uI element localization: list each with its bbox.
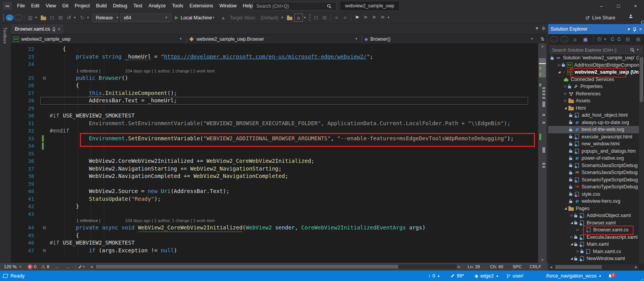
save-icon[interactable]: ⊡ xyxy=(48,13,56,22)
menu-extensions[interactable]: Extensions xyxy=(186,0,216,12)
split-window-icon[interactable]: ⇅ xyxy=(537,34,547,43)
editor-horizontal-scrollbar[interactable] xyxy=(94,264,456,269)
hscroll-left-arrow[interactable]: ◀ xyxy=(90,265,93,269)
expanded-arrow-icon[interactable]: ◢ xyxy=(569,255,574,262)
current-branch[interactable]: /force_navigation_wcos▲ xyxy=(546,271,603,281)
tree-item-main-xaml[interactable]: ◢Main.xaml xyxy=(548,241,639,248)
maximize-button[interactable]: □ xyxy=(610,0,627,12)
code-line-42[interactable]: 42 } xyxy=(11,203,538,210)
editor-options-gear-icon[interactable] xyxy=(541,26,546,31)
tree-item-webview-hero-svg[interactable]: ewebview-hero.svg xyxy=(548,198,639,205)
tree-item-browser-xaml-cs[interactable]: ▷✓Browser.xaml.cs xyxy=(548,226,639,234)
tree-item-executejavascript-xaml[interactable]: ▷ExecuteJavascript.xaml xyxy=(548,234,639,241)
navigate-backward-icon[interactable]: ← xyxy=(6,14,14,21)
start-debugging-button[interactable]: Local Machine▼ xyxy=(175,15,217,21)
chevron-down-icon[interactable]: ▼ xyxy=(73,16,78,19)
tab-browser-xaml-cs[interactable]: Browser.xaml.cs × xyxy=(11,24,63,34)
code-line-29[interactable]: 29 xyxy=(11,105,538,112)
navigate-back-icon[interactable]: ← xyxy=(55,264,60,270)
tree-item-scenariotypescriptdebug[interactable]: ScenarioTypeScriptDebug xyxy=(548,176,639,184)
menu-window[interactable]: Window xyxy=(216,0,240,12)
increase-indent-icon[interactable]: ≡ xyxy=(341,13,349,22)
tree-item-new-window-html[interactable]: new_window.html xyxy=(548,140,639,148)
navigate-forward-icon[interactable]: → xyxy=(14,14,22,21)
code-line-34[interactable]: 34 xyxy=(11,142,538,150)
solution-platforms-dropdown[interactable]: x64▼ xyxy=(120,14,171,22)
code-line-35[interactable]: 35 xyxy=(11,150,538,158)
code-line-46[interactable]: 46#if USE_WEBVIEW2_SMOKETEST xyxy=(11,239,538,247)
tree-item-scenariojavascriptdebug[interactable]: JSScenarioJavaScriptDebug xyxy=(548,169,639,176)
tree-item-newwindow-xaml[interactable]: ◢NewWindow.xaml xyxy=(548,255,639,262)
menu-edit[interactable]: Edit xyxy=(28,0,43,12)
line-ending-indicator[interactable]: CRLF xyxy=(530,264,547,269)
se-switch-views-icon[interactable]: ▣ xyxy=(582,34,589,44)
line-indicator[interactable]: Ln: 28 xyxy=(468,264,490,269)
code-line-32[interactable]: 32#endif xyxy=(11,127,538,135)
live-share-button[interactable]: Live Share xyxy=(585,13,615,22)
tree-item-add-host-object-html[interactable]: add_host_object.html xyxy=(548,112,639,119)
menu-analyze[interactable]: Analyze xyxy=(145,0,169,12)
previous-bookmark-icon[interactable]: ⚑ xyxy=(362,13,369,22)
menu-project[interactable]: Project xyxy=(72,0,93,12)
pending-edits[interactable]: 99* xyxy=(451,271,464,281)
tree-item-solution-webview2-sample-uwp-3[interactable]: ∞Solution 'webview2_sample_uwp' (3 xyxy=(548,54,639,62)
toolbox-tab[interactable]: Toolbox xyxy=(0,24,11,263)
se-vertical-scrollbar[interactable] xyxy=(639,54,644,264)
scrollbar-thumb[interactable] xyxy=(555,265,602,269)
fold-collapse-icon[interactable]: ⊟ xyxy=(43,247,46,255)
se-refresh-icon[interactable] xyxy=(617,37,622,41)
close-panel-icon[interactable]: × xyxy=(639,27,642,31)
se-properties-icon[interactable]: ⊞ xyxy=(634,34,642,44)
collapsed-arrow-icon[interactable]: ▷ xyxy=(563,90,568,98)
collapsed-arrow-icon[interactable]: ▷ xyxy=(557,62,562,69)
expanded-arrow-icon[interactable]: ◢ xyxy=(563,205,568,212)
pin-icon[interactable] xyxy=(634,28,636,31)
code-line-23[interactable]: 23 private string _homeUrl = "https://de… xyxy=(11,53,538,61)
tree-item-scenariojavascriptdebug[interactable]: ScenarioJavaScriptDebug xyxy=(548,162,639,169)
scrollbar-thumb[interactable] xyxy=(640,57,643,102)
warning-count-icon[interactable]: ⚠ xyxy=(41,264,45,269)
tree-item-addhostobject-xaml[interactable]: ▷AddHostObject.xaml xyxy=(548,212,639,219)
fold-collapse-icon[interactable]: ⊟ xyxy=(43,74,46,82)
code-line-28[interactable]: 28 AddressBar.Text = _homeUrl; xyxy=(11,97,538,105)
tree-item-always-up-to-date-svg[interactable]: ealways-up-to-date.svg xyxy=(548,119,639,126)
solution-configurations-dropdown[interactable]: Release▼ xyxy=(92,14,118,22)
scrollbar-thumb[interactable] xyxy=(96,265,398,269)
attach-process-icon[interactable]: ⊡ xyxy=(312,13,320,22)
tab-list-caret-icon[interactable]: ▾ xyxy=(536,25,538,31)
code-line-40[interactable]: 40 WebView2.Source = new Uri(AddressBar.… xyxy=(11,188,538,195)
collapsed-arrow-icon[interactable]: ▷ xyxy=(569,212,574,219)
collapsed-arrow-icon[interactable]: ▷ xyxy=(563,83,568,90)
save-all-icon[interactable]: ⊟ xyxy=(57,13,64,22)
se-horizontal-scrollbar[interactable]: ◀ ▶ xyxy=(548,264,639,270)
window-position-caret-icon[interactable]: ▾ xyxy=(628,27,630,32)
chevron-down-icon[interactable]: ▼ xyxy=(86,16,91,19)
collapsed-arrow-icon[interactable]: ▷ xyxy=(563,97,568,105)
solution-explorer-search-box[interactable]: Search Solution Explorer (Ctrl+;) ▼ xyxy=(549,45,643,54)
code-line-24[interactable]: 24 xyxy=(11,60,538,68)
tree-item-properties[interactable]: ▷Properties xyxy=(548,83,639,90)
tree-item-newwindow-xaml-cs[interactable]: ▷✓NewWindow.xaml.cs xyxy=(548,262,639,264)
se-forward-icon[interactable]: → xyxy=(561,36,568,43)
clear-bookmarks-icon[interactable]: ⚑ xyxy=(379,13,387,22)
tree-item-execute-javascript-html[interactable]: execute_javascript.html xyxy=(548,133,639,141)
collapsed-arrow-icon[interactable]: ▷ xyxy=(575,248,580,255)
column-indicator[interactable]: Ch: 40 xyxy=(490,264,513,269)
se-home-icon[interactable]: ⌂ xyxy=(571,34,579,44)
code-line-39[interactable]: 39 xyxy=(11,180,538,188)
menu-test[interactable]: Test xyxy=(130,0,145,12)
open-file-icon[interactable] xyxy=(40,13,47,22)
code-line-27[interactable]: 27 this.InitializeComponent(); xyxy=(11,90,538,97)
new-project-icon[interactable]: ▧ xyxy=(26,13,34,22)
tree-item-main-xaml-cs[interactable]: ▷Main.xaml.cs xyxy=(548,248,639,255)
close-tab-icon[interactable]: × xyxy=(58,27,60,31)
expanded-arrow-icon[interactable]: ◢ xyxy=(569,219,574,227)
error-count-icon[interactable]: × xyxy=(28,264,33,269)
se-back-icon[interactable]: ← xyxy=(550,36,558,43)
expanded-arrow-icon[interactable]: ◢ xyxy=(557,69,562,76)
navigate-forward-icon[interactable]: → xyxy=(65,264,70,270)
breadcrumb-member-dropdown[interactable]: ◈ Browser() ▼ xyxy=(362,34,537,43)
hscroll-left-arrow[interactable]: ◀ xyxy=(548,265,554,269)
suggestion-pen-icon[interactable] xyxy=(78,265,82,269)
menu-build[interactable]: Build xyxy=(93,0,110,12)
